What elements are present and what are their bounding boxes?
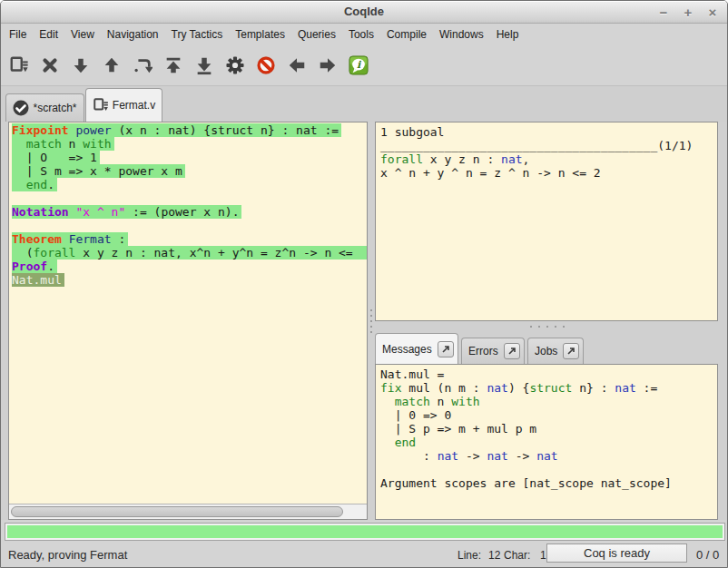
close-x-icon <box>40 55 60 75</box>
code-line: Nat.mul <box>12 273 367 287</box>
coqide-window: CoqIde − + × FileEditViewNavigationTry T… <box>0 0 728 568</box>
window-title: CoqIde <box>1 5 727 18</box>
code-line: | 0 => 0 <box>380 408 717 422</box>
messages-tab-label: Jobs <box>535 345 557 357</box>
script-editor[interactable]: Fixpoint power (x n : nat) {struct n} : … <box>9 122 367 504</box>
messages-view[interactable]: Nat.mul =fix mul (n m : nat) {struct n} … <box>376 365 717 519</box>
minimize-button[interactable]: − <box>656 5 671 20</box>
doc-save-icon <box>9 55 29 75</box>
menu-file[interactable]: File <box>3 25 33 44</box>
next-occurrence-button[interactable] <box>317 54 339 76</box>
editor-tab-Fermat.v[interactable]: Fermat.v <box>85 88 162 122</box>
detach-button[interactable] <box>504 343 520 359</box>
code-line: end. <box>12 178 367 191</box>
menu-navigation[interactable]: Navigation <box>101 25 165 44</box>
code-line: Proof. <box>12 260 367 273</box>
goto-cursor-icon <box>133 55 152 75</box>
menubar: FileEditViewNavigationTry TacticsTemplat… <box>1 24 727 44</box>
code-line: | S m => x * power x m <box>12 164 367 178</box>
arrow-right-icon <box>318 55 338 75</box>
horizontal-scrollbar[interactable] <box>9 504 367 519</box>
detach-icon <box>507 346 517 357</box>
check-circle-icon <box>13 100 29 116</box>
code-line: (forall x y z n : nat, x^n + y^n = z^n -… <box>12 246 367 260</box>
char-value: 1 <box>540 549 546 562</box>
line-label: Line: <box>457 549 481 562</box>
goal-view[interactable]: 1 subgoal_______________________________… <box>376 122 717 320</box>
forward-one-step-button[interactable] <box>70 54 92 76</box>
titlebar[interactable]: CoqIde − + × <box>1 1 727 24</box>
code-line: _______________________________________(… <box>380 139 717 152</box>
menu-windows[interactable]: Windows <box>433 25 490 44</box>
maximize-button[interactable]: + <box>681 5 695 20</box>
code-line: Nat.mul = <box>380 367 717 381</box>
messages-tab-label: Messages <box>382 343 432 356</box>
menu-help[interactable]: Help <box>490 25 526 44</box>
messages-pane: Nat.mul =fix mul (n m : nat) {struct n} … <box>375 364 718 520</box>
about-button[interactable] <box>348 54 369 76</box>
previous-occurrence-button[interactable] <box>286 54 308 76</box>
code-line: match n with <box>380 395 717 408</box>
backward-one-step-button[interactable] <box>101 54 123 76</box>
code-line <box>380 463 717 476</box>
code-line: : nat -> nat -> nat <box>380 449 717 463</box>
code-line <box>12 219 367 232</box>
code-line: end <box>380 436 717 449</box>
statusbar: Ready, proving Fermat Line: 12 Char: 1 C… <box>1 542 727 568</box>
gear-icon <box>225 55 245 75</box>
coq-status-indicator: Coq is ready <box>546 544 687 563</box>
editor-tab-scratch[interactable]: *scratch* <box>5 93 84 122</box>
messages-tab-messages[interactable]: Messages <box>375 333 458 364</box>
toolbar <box>1 44 727 85</box>
menu-view[interactable]: View <box>64 25 101 44</box>
detach-icon <box>566 346 576 357</box>
arrow-down-icon <box>71 55 91 75</box>
code-line: Notation "x ^ n" := (power x n). <box>12 205 367 219</box>
code-line: Theorem Fermat : <box>12 232 367 246</box>
editor-tab-label: *scratch* <box>33 102 76 114</box>
doc-save-icon <box>93 97 109 113</box>
code-line: 1 subgoal <box>380 125 717 139</box>
close-button[interactable] <box>39 54 61 76</box>
detach-button[interactable] <box>438 341 454 357</box>
progress-fill <box>7 525 723 538</box>
messages-tab-jobs[interactable]: Jobs <box>527 338 584 364</box>
vertical-splitter-grip[interactable] <box>369 309 373 333</box>
menu-compile[interactable]: Compile <box>380 25 433 44</box>
code-line: | O => 1 <box>12 151 367 164</box>
arrow-top-icon <box>163 55 183 75</box>
fully-check-button[interactable] <box>224 54 246 76</box>
close-button[interactable]: × <box>705 5 720 20</box>
go-to-end-button[interactable] <box>193 54 215 76</box>
code-line: Fixpoint power (x n : nat) {struct n} : … <box>12 123 367 137</box>
code-line <box>12 191 367 205</box>
editor-tab-label: Fermat.v <box>113 99 155 112</box>
menu-edit[interactable]: Edit <box>33 25 64 44</box>
horizontal-splitter-grip[interactable] <box>530 325 565 328</box>
editor-tabstrip: *scratch*Fermat.v <box>1 85 727 122</box>
restart-button[interactable] <box>162 54 184 76</box>
code-line: x ^ n + y ^ n = z ^ n -> n <= 2 <box>380 166 717 180</box>
menu-queries[interactable]: Queries <box>291 25 342 44</box>
messages-tab-label: Errors <box>468 345 498 357</box>
go-to-cursor-button[interactable] <box>132 54 153 76</box>
messages-tab-errors[interactable]: Errors <box>461 338 525 364</box>
menu-tools[interactable]: Tools <box>342 25 380 44</box>
scrollbar-thumb[interactable] <box>11 506 343 517</box>
info-icon <box>349 55 369 75</box>
status-message: Ready, proving Fermat <box>8 548 127 562</box>
save-button[interactable] <box>8 54 30 76</box>
interrupt-button[interactable] <box>255 54 277 76</box>
main-area: Fixpoint power (x n : nat) {struct n} : … <box>1 122 727 520</box>
arrow-bottom-icon <box>194 55 214 75</box>
goal-pane: 1 subgoal_______________________________… <box>375 122 718 321</box>
detach-icon <box>440 344 451 355</box>
script-pane: Fixpoint power (x n : nat) {struct n} : … <box>8 122 368 520</box>
jobs-counter: 0 / 0 <box>696 548 719 562</box>
detach-button[interactable] <box>563 343 579 359</box>
code-line: match n with <box>12 137 367 151</box>
menu-try-tactics[interactable]: Try Tactics <box>165 25 230 44</box>
code-line: | S p => m + mul p m <box>380 422 717 436</box>
arrow-left-icon <box>287 55 307 75</box>
menu-templates[interactable]: Templates <box>229 25 291 44</box>
